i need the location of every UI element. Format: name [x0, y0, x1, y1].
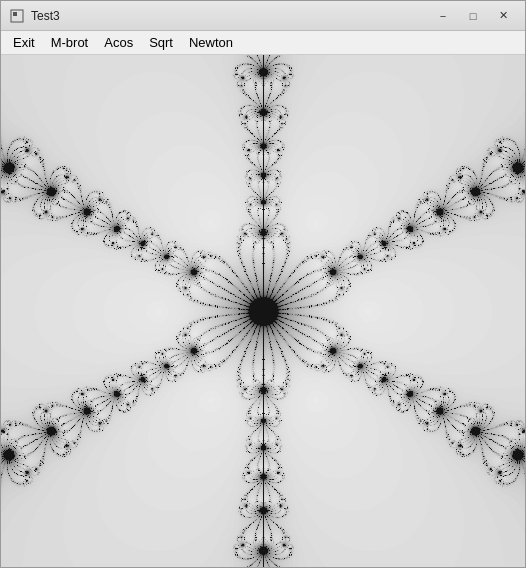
app-window: Test3 − □ ✕ Exit M-brot Acos Sqrt Newton [0, 0, 526, 568]
minimize-button[interactable]: − [429, 6, 457, 26]
menu-item-acos[interactable]: Acos [96, 31, 141, 54]
title-icon [9, 8, 25, 24]
fractal-canvas-area [1, 55, 525, 567]
menu-bar: Exit M-brot Acos Sqrt Newton [1, 31, 525, 55]
window-controls: − □ ✕ [429, 6, 517, 26]
fractal-canvas [1, 55, 525, 567]
close-button[interactable]: ✕ [489, 6, 517, 26]
menu-item-newton[interactable]: Newton [181, 31, 241, 54]
menu-item-sqrt[interactable]: Sqrt [141, 31, 181, 54]
svg-rect-1 [13, 12, 17, 16]
title-bar: Test3 − □ ✕ [1, 1, 525, 31]
window-title: Test3 [31, 9, 429, 23]
menu-item-exit[interactable]: Exit [5, 31, 43, 54]
maximize-button[interactable]: □ [459, 6, 487, 26]
menu-item-mbrot[interactable]: M-brot [43, 31, 97, 54]
